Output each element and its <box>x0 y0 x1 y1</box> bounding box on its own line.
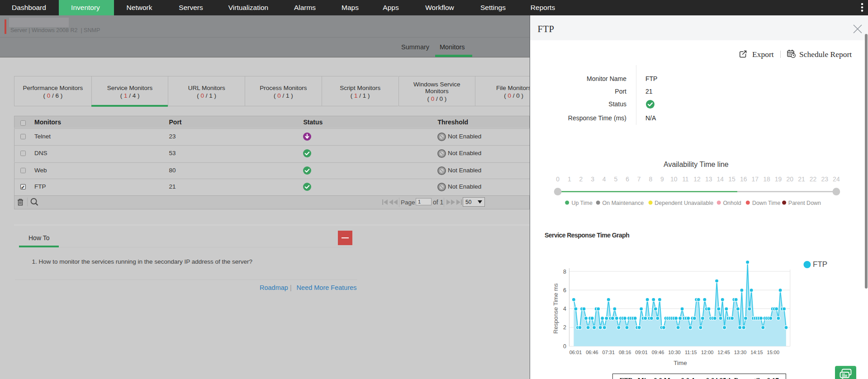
svg-text:15:00: 15:00 <box>767 350 780 355</box>
svg-text:11:15: 11:15 <box>685 350 697 355</box>
svg-text:4: 4 <box>563 306 566 312</box>
svg-text:08:16: 08:16 <box>619 350 631 355</box>
svg-text:Response Time ms: Response Time ms <box>552 283 559 334</box>
svg-text:2: 2 <box>563 324 566 331</box>
svg-text:12:45: 12:45 <box>717 350 730 355</box>
svg-text:07:31: 07:31 <box>602 350 615 355</box>
svg-text:09:46: 09:46 <box>652 350 664 355</box>
svg-text:06:01: 06:01 <box>569 350 582 355</box>
svg-text:6: 6 <box>563 287 566 294</box>
svg-text:10:30: 10:30 <box>668 350 681 355</box>
svg-text:09:01: 09:01 <box>635 350 648 355</box>
svg-text:0: 0 <box>563 343 566 350</box>
svg-text:Time: Time <box>674 360 687 366</box>
svg-text:12:00: 12:00 <box>701 350 714 355</box>
svg-text:14:15: 14:15 <box>750 350 763 355</box>
svg-text:8: 8 <box>563 269 566 275</box>
svg-text:13:30: 13:30 <box>734 350 747 355</box>
svg-text:06:46: 06:46 <box>586 350 598 355</box>
